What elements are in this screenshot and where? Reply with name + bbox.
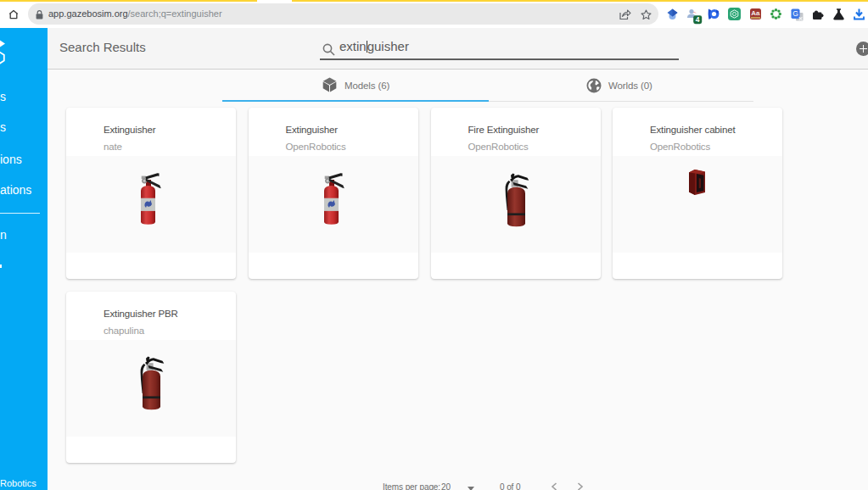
svg-text:G: G xyxy=(792,9,798,18)
svg-text:4: 4 xyxy=(696,15,700,24)
